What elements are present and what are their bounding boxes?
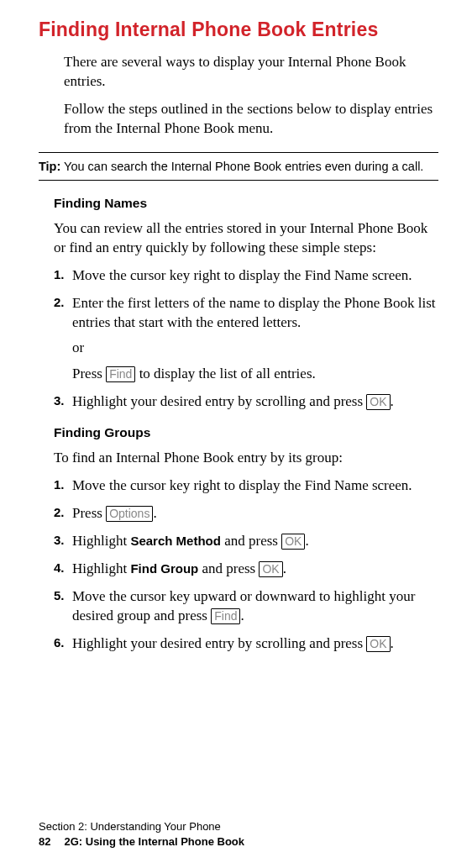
section1-step-2b-post: to display the list of all entries. xyxy=(135,366,315,381)
section1-step-2b-pre: Press xyxy=(72,366,106,381)
section1-step-2-text: Enter the first letters of the name to d… xyxy=(72,295,435,330)
subheading-finding-groups: Finding Groups xyxy=(54,425,438,440)
section2-step-5: Move the cursor key upward or downward t… xyxy=(54,587,438,626)
section2-step-4-post: . xyxy=(283,560,286,576)
section1-steps: Move the cursor key right to display the… xyxy=(54,266,438,413)
section2-intro: To find an Internal Phone Book entry by … xyxy=(54,449,438,468)
intro-paragraph-2: Follow the steps outlined in the section… xyxy=(64,100,438,139)
keycap-ok: OK xyxy=(366,394,390,410)
section2-step-6: Highlight your desired entry by scrollin… xyxy=(54,634,438,654)
section2-step-3-mid: and press xyxy=(221,533,281,549)
section2-steps: Move the cursor key right to display the… xyxy=(54,476,438,654)
section1-step-2-or: or xyxy=(72,339,438,358)
footer-chapter-title: 2G: Using the Internal Phone Book xyxy=(64,835,244,848)
tip-label: Tip: xyxy=(39,160,60,173)
keycap-options: Options xyxy=(106,506,153,522)
section-finding-names: Finding Names You can review all the ent… xyxy=(54,196,438,654)
intro-paragraph-1: There are several ways to display your I… xyxy=(64,53,438,92)
section1-step-2b: Press Find to display the list of all en… xyxy=(72,365,438,384)
section1-step-3: Highlight your desired entry by scrollin… xyxy=(54,392,438,412)
section2-step-3-post: . xyxy=(305,533,308,549)
bold-search-method: Search Method xyxy=(130,534,221,548)
section1-step-2: Enter the first letters of the name to d… xyxy=(54,294,438,385)
keycap-find: Find xyxy=(211,608,240,624)
keycap-ok: OK xyxy=(366,636,390,652)
section1-intro: You can review all the entries stored in… xyxy=(54,219,438,258)
section2-step-3: Highlight Search Method and press OK. xyxy=(54,532,438,551)
section2-step-6-post: . xyxy=(391,635,394,651)
section1-step-1: Move the cursor key right to display the… xyxy=(54,266,438,286)
section1-step-3-post: . xyxy=(391,393,394,409)
section2-step-5-post: . xyxy=(240,608,244,623)
bold-find-group: Find Group xyxy=(130,561,198,576)
keycap-ok: OK xyxy=(281,534,305,550)
page-footer: Section 2: Understanding Your Phone 822G… xyxy=(39,819,244,850)
section2-step-3-pre: Highlight xyxy=(72,533,130,549)
keycap-find: Find xyxy=(106,366,135,382)
tip-text: You can search the Internal Phone Book e… xyxy=(60,160,423,173)
section2-step-6-pre: Highlight your desired entry by scrollin… xyxy=(72,635,366,651)
section2-step-2: Press Options. xyxy=(54,504,438,523)
keycap-ok: OK xyxy=(259,561,282,577)
section2-step-1: Move the cursor key right to display the… xyxy=(54,476,438,496)
section2-step-4: Highlight Find Group and press OK. xyxy=(54,560,438,579)
section2-step-2-post: . xyxy=(153,505,156,521)
footer-chapter: 822G: Using the Internal Phone Book xyxy=(39,834,244,850)
footer-page-number: 82 xyxy=(39,834,50,850)
section2-step-4-mid: and press xyxy=(198,560,259,576)
section2-step-2-pre: Press xyxy=(72,505,106,521)
intro-block: There are several ways to display your I… xyxy=(64,53,438,139)
footer-section-path: Section 2: Understanding Your Phone xyxy=(39,819,244,834)
tip-box: Tip: You can search the Internal Phone B… xyxy=(39,152,438,181)
section2-step-4-pre: Highlight xyxy=(72,560,130,576)
page-title: Finding Internal Phone Book Entries xyxy=(39,18,438,41)
section1-step-3-pre: Highlight your desired entry by scrollin… xyxy=(72,393,366,409)
subheading-finding-names: Finding Names xyxy=(54,196,438,211)
